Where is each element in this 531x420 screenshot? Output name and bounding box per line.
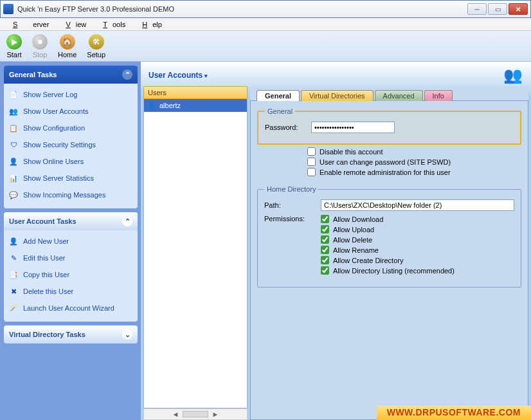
- task-show-configuration[interactable]: 📋Show Configuration: [8, 120, 134, 136]
- home-legend: Home Directory: [264, 185, 318, 193]
- general-legend: General: [265, 107, 295, 115]
- add-user-icon: 👤: [8, 236, 19, 246]
- copy-user-icon: 📑: [8, 269, 19, 280]
- tab-advanced[interactable]: Advanced: [375, 90, 423, 101]
- config-icon: 📋: [8, 123, 19, 133]
- users-icon: 👥: [8, 106, 19, 116]
- panel-virtual-directory: Virtual Directory Tasks ⌄: [4, 325, 138, 343]
- content-head: User Accounts 👥: [143, 64, 528, 86]
- maximize-button[interactable]: ▭: [488, 3, 507, 15]
- toolbar: ▶ Start ■ Stop 🏠 Home 🛠 Setup: [0, 31, 531, 62]
- stop-button[interactable]: ■ Stop: [30, 33, 50, 60]
- chevron-up-icon: ⌃: [122, 216, 132, 226]
- message-icon: 💬: [8, 190, 19, 200]
- password-input[interactable]: [311, 122, 395, 133]
- remote-admin-checkbox[interactable]: [307, 168, 316, 176]
- task-show-statistics[interactable]: 📊Show Server Statistics: [8, 170, 134, 187]
- permissions-label: Permissions:: [264, 215, 316, 223]
- menu-tools[interactable]: Tools: [93, 19, 130, 30]
- home-button[interactable]: 🏠 Home: [55, 33, 79, 60]
- chevron-up-icon: ⌃: [122, 69, 132, 80]
- panel-head-general[interactable]: General Tasks ⌃: [4, 66, 138, 84]
- perm-download-checkbox[interactable]: [321, 215, 329, 223]
- chevron-down-icon: ⌄: [122, 329, 132, 340]
- tab-virtual-directories[interactable]: Virtual Directories: [301, 90, 374, 101]
- password-label: Password:: [265, 123, 306, 131]
- wizard-icon: 🪄: [8, 303, 19, 313]
- perm-rename-checkbox[interactable]: [321, 246, 329, 254]
- users-header: Users: [143, 86, 248, 99]
- panel-head-user[interactable]: User Account Tasks ⌃: [4, 212, 138, 230]
- task-launch-wizard[interactable]: 🪄Launch User Account Wizard: [8, 300, 134, 316]
- setup-button[interactable]: 🛠 Setup: [84, 33, 108, 60]
- menu-help[interactable]: Help: [132, 19, 167, 30]
- minimize-button[interactable]: ─: [467, 3, 487, 15]
- log-icon: 📄: [8, 89, 19, 100]
- shield-icon: 🛡: [8, 140, 19, 150]
- edit-user-icon: ✎: [8, 253, 19, 263]
- users-big-icon: 👥: [503, 65, 523, 86]
- setup-icon: 🛠: [89, 34, 104, 50]
- tabs: General Virtual Directories Advanced Inf…: [250, 87, 528, 100]
- start-button[interactable]: ▶ Start: [4, 33, 24, 60]
- stop-icon: ■: [32, 34, 48, 50]
- menu-view[interactable]: View: [55, 19, 91, 30]
- online-icon: 👤: [8, 156, 19, 167]
- form-column: General Virtual Directories Advanced Inf…: [250, 86, 528, 420]
- disable-account-checkbox[interactable]: [307, 147, 316, 156]
- users-column: Users 👤 albertz ◄ ►: [143, 86, 248, 420]
- user-icon: 👤: [147, 100, 157, 111]
- close-button[interactable]: ✕: [509, 3, 528, 15]
- task-delete-user[interactable]: ✖Delete this User: [8, 283, 134, 300]
- content-title[interactable]: User Accounts: [148, 71, 208, 80]
- tab-general[interactable]: General: [256, 90, 300, 101]
- user-row[interactable]: 👤 albertz: [144, 99, 247, 112]
- horizontal-scrollbar[interactable]: ◄ ►: [143, 408, 248, 420]
- sidebar: General Tasks ⌃ 📄Show Server Log 👥Show U…: [0, 62, 141, 420]
- perm-delete-checkbox[interactable]: [321, 235, 329, 244]
- path-label: Path:: [264, 201, 316, 209]
- window-title: Quick 'n Easy FTP Server 3.0 Professiona…: [17, 5, 467, 13]
- content: User Accounts 👥 Users 👤 albertz ◄ ►: [141, 62, 531, 420]
- panel-head-vdir[interactable]: Virtual Directory Tasks ⌄: [4, 325, 138, 343]
- perm-upload-checkbox[interactable]: [321, 225, 329, 233]
- general-fieldset: General Password:: [257, 107, 521, 145]
- play-icon: ▶: [6, 34, 22, 50]
- panel-general-tasks: General Tasks ⌃ 📄Show Server Log 👥Show U…: [4, 66, 138, 208]
- task-show-messages[interactable]: 💬Show Incoming Messages: [8, 187, 134, 203]
- task-show-user-accounts[interactable]: 👥Show User Accounts: [8, 103, 134, 120]
- home-directory-fieldset: Home Directory Path: Permissions: Allow …: [257, 185, 521, 288]
- footer-watermark: WWW.DRPUSOFTWARE.COM: [377, 406, 531, 420]
- perm-create-dir-checkbox[interactable]: [321, 256, 329, 264]
- task-show-online-users[interactable]: 👤Show Online Users: [8, 153, 134, 170]
- perm-listing-checkbox[interactable]: [321, 266, 329, 275]
- tab-info[interactable]: Info: [424, 90, 453, 101]
- delete-user-icon: ✖: [8, 286, 19, 297]
- users-list[interactable]: 👤 albertz: [143, 99, 248, 408]
- titlebar: Quick 'n Easy FTP Server 3.0 Professiona…: [0, 0, 531, 18]
- home-icon: 🏠: [60, 34, 75, 50]
- task-show-server-log[interactable]: 📄Show Server Log: [8, 86, 134, 103]
- stats-icon: 📊: [8, 173, 19, 183]
- scroll-left-icon[interactable]: ◄: [171, 410, 180, 419]
- user-change-password-checkbox[interactable]: [307, 158, 316, 166]
- task-show-security[interactable]: 🛡Show Security Settings: [8, 136, 134, 153]
- menubar: Server View Tools Help: [0, 18, 531, 31]
- menu-server[interactable]: Server: [3, 19, 54, 30]
- main: General Tasks ⌃ 📄Show Server Log 👥Show U…: [0, 62, 531, 420]
- scroll-right-icon[interactable]: ►: [211, 410, 220, 419]
- panel-user-account-tasks: User Account Tasks ⌃ 👤Add New User ✎Edit…: [4, 212, 138, 322]
- task-add-user[interactable]: 👤Add New User: [8, 233, 134, 250]
- app-icon: [3, 4, 14, 14]
- path-input[interactable]: [321, 199, 514, 211]
- task-copy-user[interactable]: 📑Copy this User: [8, 266, 134, 283]
- form-area: General Password: Disable this account U…: [250, 100, 528, 420]
- task-edit-user[interactable]: ✎Edit this User: [8, 250, 134, 266]
